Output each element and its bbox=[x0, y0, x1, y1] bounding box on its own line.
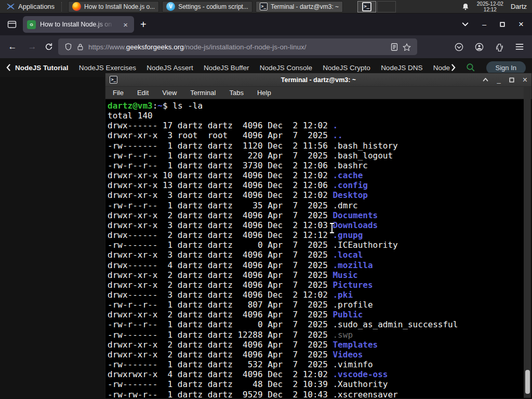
bookmark-star-icon[interactable] bbox=[403, 43, 411, 51]
directory-name: Videos bbox=[332, 350, 363, 360]
site-nav-label: NodeJS Tutorial bbox=[15, 64, 69, 72]
site-nav-more[interactable]: Node bbox=[433, 64, 456, 72]
terminal-listing: drwx------ 17 dartz dartz 4096 Dec 2 12:… bbox=[108, 121, 522, 398]
terminal-listing-line: -rw-r--r-- 1 dartz dartz 0 Apr 7 2025 .s… bbox=[108, 320, 522, 329]
tracking-shield-icon[interactable] bbox=[64, 43, 72, 51]
directory-name: .local bbox=[332, 250, 363, 260]
applications-menu-button[interactable]: Applications bbox=[4, 1, 57, 13]
taskbar-button-label: Settings - codium script... bbox=[178, 3, 248, 10]
sign-in-button[interactable]: Sign In bbox=[486, 61, 526, 74]
site-nav-item[interactable]: NodeJS DNS bbox=[381, 64, 422, 72]
reader-mode-icon[interactable] bbox=[391, 43, 398, 51]
forward-button[interactable]: → bbox=[25, 42, 39, 52]
terminal-listing-line: -rw-r--r-- 1 dartz dartz 807 Apr 7 2025 … bbox=[108, 300, 522, 310]
minimize-button[interactable]: _ bbox=[497, 76, 500, 83]
terminal-listing-line: drwxr-xr-x 10 dartz dartz 4096 Dec 2 12:… bbox=[108, 170, 522, 180]
notification-bell-icon[interactable] bbox=[461, 3, 470, 11]
new-tab-button[interactable]: + bbox=[134, 19, 153, 31]
directory-name: .mozilla bbox=[332, 260, 373, 270]
taskbar-button-terminal[interactable]: >_ Terminal - dartz@vm3: ~ bbox=[256, 1, 343, 12]
file-name: .Xauthority bbox=[332, 379, 388, 389]
back-button[interactable]: ← bbox=[5, 42, 20, 52]
toolbar-right-icons bbox=[455, 43, 527, 51]
maximize-button[interactable] bbox=[509, 77, 514, 83]
window-maximize-button[interactable] bbox=[500, 22, 505, 27]
terminal-listing-line: -rw------- 1 dartz dartz 532 Apr 7 2025 … bbox=[108, 360, 522, 369]
menu-help[interactable]: Help bbox=[257, 89, 271, 97]
terminal-listing-line: drwx------ 2 dartz dartz 4096 Dec 2 12:1… bbox=[108, 230, 522, 240]
clock-time: 12:12 bbox=[477, 7, 503, 12]
directory-name: . bbox=[332, 121, 338, 130]
terminal-icon: >_ bbox=[260, 3, 268, 10]
clock-date: 2025-12-02 bbox=[477, 1, 503, 7]
terminal-output[interactable]: dartz@vm3:~$ ls -la total 140 drwx------… bbox=[105, 99, 531, 398]
codium-icon: V bbox=[166, 2, 175, 11]
extensions-puzzle-icon[interactable] bbox=[495, 43, 504, 51]
applications-label: Applications bbox=[18, 3, 55, 10]
file-name: .bash_logout bbox=[332, 151, 393, 161]
url-text: https://www.geeksforgeeks.org/node-js/in… bbox=[88, 43, 386, 51]
firefox-view-button[interactable] bbox=[4, 17, 20, 32]
close-button[interactable]: × bbox=[523, 76, 527, 84]
terminal-listing-line: -rw-r--r-- 1 dartz dartz 220 Apr 7 2025 … bbox=[108, 151, 522, 161]
menu-tabs[interactable]: Tabs bbox=[229, 89, 243, 97]
terminal-listing-line: drwxr-xr-x 3 dartz dartz 4096 Dec 2 12:0… bbox=[108, 190, 522, 200]
menu-edit[interactable]: Edit bbox=[137, 89, 149, 97]
terminal-prompt-line: dartz@vm3:~$ ls -la bbox=[108, 101, 522, 111]
terminal-scrollbar-thumb[interactable] bbox=[525, 370, 530, 394]
directory-name: .vscode-oss bbox=[332, 369, 388, 379]
menu-view[interactable]: View bbox=[162, 89, 177, 97]
menu-terminal[interactable]: Terminal bbox=[190, 89, 216, 97]
taskbar-button-label: Terminal - dartz@vm3: ~ bbox=[271, 3, 339, 10]
site-nav-item[interactable]: NodeJS Crypto bbox=[323, 64, 370, 72]
directory-name: Music bbox=[332, 270, 357, 280]
site-nav-item[interactable]: NodeJS Console bbox=[260, 64, 312, 72]
terminal-listing-line: drwxr-xr-x 2 dartz dartz 4096 Apr 7 2025… bbox=[108, 280, 522, 290]
terminal-window-title: Terminal - dartz@vm3: ~ bbox=[105, 76, 531, 84]
site-nav-item[interactable]: NodeJS Assert bbox=[147, 64, 193, 72]
terminal-menu-bar: File Edit View Terminal Tabs Help bbox=[105, 87, 531, 99]
account-icon[interactable] bbox=[475, 43, 484, 51]
site-nav-item[interactable]: NodeJS Exercises bbox=[79, 64, 136, 72]
lock-icon[interactable] bbox=[77, 43, 84, 51]
reload-button[interactable] bbox=[45, 43, 53, 51]
firefox-icon bbox=[72, 2, 81, 11]
directory-name: .config bbox=[332, 180, 367, 190]
tab-close-icon[interactable]: × bbox=[121, 20, 130, 30]
search-icon[interactable] bbox=[466, 63, 475, 72]
file-name: .ICEauthority bbox=[332, 240, 397, 250]
terminal-total-line: total 140 bbox=[108, 111, 522, 121]
panel-separator bbox=[61, 2, 63, 11]
prompt-user-host: dartz@vm3 bbox=[108, 101, 153, 111]
list-all-tabs-chevron-icon[interactable] bbox=[462, 22, 469, 26]
site-nav-item[interactable]: NodeJS Buffer bbox=[204, 64, 249, 72]
taskbar-button-codium[interactable]: V Settings - codium script... bbox=[162, 1, 252, 12]
xfce-panel: Applications How to Install Node.js o...… bbox=[0, 0, 532, 14]
browser-tab-active[interactable]: G How to Install Node.js on × bbox=[23, 16, 134, 33]
terminal-title-bar[interactable]: >_ Terminal - dartz@vm3: ~ _ × bbox=[105, 73, 531, 87]
url-path: /node-js/installation-of-node-js-on-linu… bbox=[184, 43, 307, 51]
desktop: Applications How to Install Node.js o...… bbox=[0, 0, 532, 399]
tabbar-controls: – × bbox=[462, 19, 528, 30]
window-close-button[interactable]: × bbox=[518, 19, 524, 30]
panel-clock[interactable]: 2025-12-02 12:12 bbox=[477, 1, 503, 12]
menu-file[interactable]: File bbox=[113, 89, 124, 97]
directory-name: Templates bbox=[332, 340, 378, 350]
shade-window-button[interactable] bbox=[483, 78, 488, 82]
panel-user-label[interactable]: Dartz bbox=[511, 3, 527, 10]
hamburger-menu-icon[interactable] bbox=[515, 43, 524, 50]
terminal-scrollbar-track[interactable] bbox=[524, 87, 531, 398]
site-nav-back[interactable]: NodeJS Tutorial bbox=[6, 64, 69, 72]
taskbar-button-firefox[interactable]: How to Install Node.js o... bbox=[68, 1, 159, 12]
url-bar[interactable]: https://www.geeksforgeeks.org/node-js/in… bbox=[58, 38, 417, 55]
switcher-empty-cell[interactable] bbox=[377, 1, 396, 12]
xubuntu-logo-icon bbox=[6, 2, 15, 11]
terminal-listing-line: drwx------ 3 dartz dartz 4096 Dec 2 12:0… bbox=[108, 290, 522, 300]
file-name: .bashrc bbox=[332, 161, 367, 170]
directory-name: .gnupg bbox=[332, 230, 363, 240]
switcher-terminal-cell[interactable]: >_ bbox=[357, 1, 376, 12]
prompt-command: $ ls -la bbox=[163, 101, 203, 111]
pocket-save-icon[interactable] bbox=[455, 43, 463, 51]
window-minimize-button[interactable]: – bbox=[482, 20, 486, 29]
file-name: .viminfo bbox=[332, 360, 373, 369]
